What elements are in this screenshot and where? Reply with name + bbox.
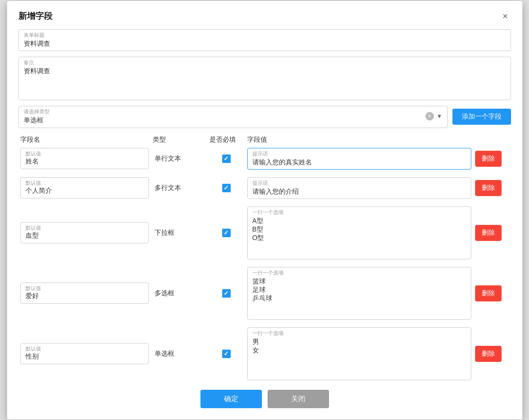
field-value-label-0: 提示语: [252, 150, 466, 157]
rows-container: 默认值 姓名 单行文本 ✓ 提示语 删除 默认值 个人简介 多行文本 ✓ 提示语…: [18, 148, 511, 380]
delete-button-1[interactable]: 删除: [475, 180, 502, 196]
col-action: [473, 136, 511, 144]
table-label-input[interactable]: [24, 40, 506, 48]
remark-wrap: 备注: [18, 57, 511, 100]
type-icons: × ▼: [425, 112, 442, 120]
col-type: 类型: [151, 136, 208, 144]
type-select-wrap[interactable]: 请选择类型 单选框 × ▼: [18, 106, 448, 128]
field-value-label-2: 一行一个选项: [252, 209, 466, 216]
type-text-3: 多选框: [153, 289, 174, 297]
required-checkbox-wrap-1: ✓: [209, 184, 243, 192]
default-value-2: 血型: [26, 231, 144, 240]
required-checkbox-wrap-0: ✓: [209, 154, 243, 163]
type-select-inner: 请选择类型 单选框: [24, 108, 425, 125]
table-header: 字段名 类型 是否必填 字段值: [18, 136, 511, 148]
default-field-3: 默认值 爱好: [20, 283, 149, 304]
col-field-name: 字段名: [18, 136, 151, 144]
type-text-1: 多行文本: [153, 184, 181, 191]
field-value-input-0[interactable]: [252, 159, 466, 166]
type-select-value: 单选框: [24, 116, 425, 125]
default-value-3: 爱好: [26, 292, 144, 300]
dialog: 新增字段 × 表单标题 备注 请选择类型 单选框 × ▼ 添加一个字段: [7, 1, 522, 420]
required-checkbox-2[interactable]: ✓: [222, 229, 231, 237]
field-value-textarea-4[interactable]: 男 女: [252, 338, 466, 376]
table-label-label: 表单标题: [24, 32, 506, 39]
delete-button-4[interactable]: 删除: [475, 346, 502, 362]
add-field-button[interactable]: 添加一个字段: [452, 109, 511, 125]
field-value-wrap-1: 提示语: [247, 177, 471, 199]
table-row: 默认值 血型 下拉框 ✓ 一行一个选项 A型 B型 O型 删除: [18, 206, 511, 259]
type-text-0: 单行文本: [153, 154, 181, 162]
delete-button-0[interactable]: 删除: [475, 151, 502, 167]
required-checkbox-4[interactable]: ✓: [222, 350, 231, 358]
default-value-4: 性别: [26, 352, 144, 361]
default-label-0: 默认值: [26, 150, 144, 157]
default-label-1: 默认值: [26, 180, 144, 187]
default-value-0: 姓名: [26, 157, 144, 166]
field-value-label-3: 一行一个选项: [252, 269, 466, 276]
required-checkbox-3[interactable]: ✓: [222, 289, 231, 298]
remark-group: 备注: [18, 57, 511, 100]
field-value-wrap-4: 一行一个选项 男 女: [247, 327, 471, 380]
clear-icon[interactable]: ×: [425, 112, 434, 120]
required-checkbox-0[interactable]: ✓: [222, 154, 231, 163]
table-label-group: 表单标题: [18, 29, 511, 51]
dialog-header: 新增字段 ×: [18, 10, 511, 22]
delete-button-3[interactable]: 删除: [475, 285, 502, 301]
default-label-3: 默认值: [26, 285, 144, 292]
default-field-4: 默认值 性别: [20, 343, 149, 364]
remark-label: 备注: [24, 59, 506, 66]
confirm-button[interactable]: 确定: [200, 390, 262, 408]
default-field-1: 默认值 个人简介: [20, 177, 149, 198]
required-checkbox-wrap-2: ✓: [209, 229, 243, 237]
field-value-label-1: 提示语: [252, 180, 466, 187]
table-row: 默认值 姓名 单行文本 ✓ 提示语 删除: [18, 148, 511, 170]
dropdown-arrow-icon[interactable]: ▼: [437, 113, 442, 120]
close-dialog-button[interactable]: 关闭: [268, 390, 329, 408]
table-row: 默认值 爱好 多选框 ✓ 一行一个选项 篮球 足球 乒乓球 删除: [18, 267, 511, 320]
required-checkbox-wrap-3: ✓: [209, 289, 243, 298]
footer: 确定 关闭: [18, 390, 511, 408]
remark-input[interactable]: [24, 67, 506, 95]
type-text-4: 单选框: [153, 350, 174, 357]
dialog-close-button[interactable]: ×: [500, 10, 511, 22]
required-checkbox-1[interactable]: ✓: [222, 184, 231, 192]
table-label-wrap: 表单标题: [18, 29, 511, 51]
col-required: 是否必填: [208, 136, 245, 144]
field-value-textarea-2[interactable]: A型 B型 O型: [252, 217, 466, 255]
dialog-title: 新增字段: [18, 10, 52, 22]
default-label-2: 默认值: [26, 224, 144, 231]
default-value-1: 个人简介: [26, 187, 144, 195]
type-row: 请选择类型 单选框 × ▼ 添加一个字段: [18, 106, 511, 128]
default-field-0: 默认值 姓名: [20, 148, 149, 169]
required-checkbox-wrap-4: ✓: [209, 350, 243, 358]
field-value-wrap-0: 提示语: [247, 148, 471, 170]
field-value-wrap-3: 一行一个选项 篮球 足球 乒乓球: [247, 267, 471, 320]
default-label-4: 默认值: [26, 345, 144, 352]
table-row: 默认值 性别 单选框 ✓ 一行一个选项 男 女 删除: [18, 327, 511, 380]
type-select-label: 请选择类型: [24, 108, 425, 115]
field-value-label-4: 一行一个选项: [252, 330, 466, 337]
delete-button-2[interactable]: 删除: [475, 225, 502, 241]
field-value-textarea-3[interactable]: 篮球 足球 乒乓球: [252, 277, 466, 315]
table-row: 默认值 个人简介 多行文本 ✓ 提示语 删除: [18, 177, 511, 199]
field-value-input-1[interactable]: [252, 188, 466, 196]
default-field-2: 默认值 血型: [20, 222, 149, 243]
col-field-value: 字段值: [245, 136, 473, 144]
type-text-2: 下拉框: [153, 229, 174, 236]
field-value-wrap-2: 一行一个选项 A型 B型 O型: [247, 206, 471, 259]
